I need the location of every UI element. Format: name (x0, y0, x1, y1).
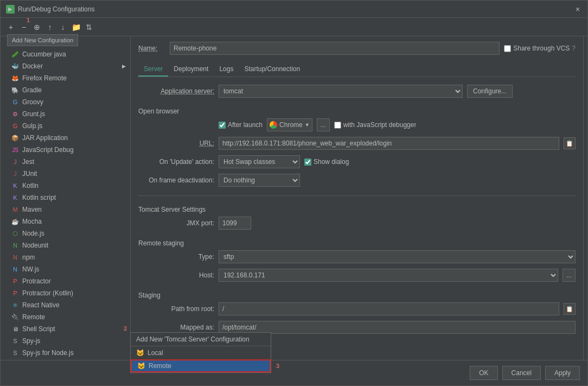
host-more-button[interactable]: ... (563, 269, 576, 282)
cancel-button[interactable]: Cancel (502, 366, 541, 380)
sidebar-item-remote[interactable]: 🔌 Remote (1, 311, 130, 323)
sidebar-item-maven[interactable]: M Maven (1, 204, 130, 216)
update-action-row: On 'Update' action: Hot Swap classes Sho… (138, 155, 576, 168)
configure-button[interactable]: Configure... (467, 85, 513, 98)
sidebar-item-js-debug[interactable]: JS JavaScript Debug (1, 144, 130, 156)
scrollbar[interactable] (583, 36, 587, 360)
sidebar-item-mocha[interactable]: ☕ Mocha (1, 216, 130, 227)
share-vcs-checkbox[interactable] (504, 45, 511, 52)
after-launch-checkbox-row: After launch (219, 121, 263, 129)
url-label: URL: (138, 140, 214, 147)
sidebar-item-kotlin-script[interactable]: K Kotlin script (1, 192, 130, 204)
sidebar-item-spy-js-node[interactable]: S Spy-js for Node.js (1, 347, 130, 359)
js-debugger-checkbox[interactable] (334, 122, 341, 129)
ok-button[interactable]: OK (470, 366, 497, 380)
name-input[interactable] (170, 42, 500, 55)
tomcat-submenu: Add New 'Tomcat Server' Configuration 🐱 … (130, 332, 271, 373)
sidebar-item-spy-js[interactable]: S Spy-js (1, 335, 130, 347)
sidebar-item-gradle[interactable]: 🐘 Gradle (1, 84, 130, 96)
url-input[interactable] (219, 137, 559, 150)
junit-icon: J (11, 170, 19, 178)
copy-config-button[interactable]: ⊕ (31, 21, 43, 33)
sidebar-item-firefox-remote[interactable]: 🦊 Firefox Remote (1, 72, 130, 84)
show-dialog-checkbox[interactable] (304, 159, 311, 166)
sidebar-item-nwjs[interactable]: N NW.js (1, 263, 130, 275)
sidebar-item-grunt-js[interactable]: ⚙ Grunt.js (1, 108, 130, 120)
react-native-icon: ⚛ (11, 301, 19, 309)
sidebar-item-docker[interactable]: 🐳 Docker (1, 60, 130, 72)
url-copy-icon[interactable]: 📋 (564, 137, 576, 149)
after-launch-checkbox[interactable] (219, 122, 226, 129)
toolbar: 1 + − ⊕ ↑ ↓ 📁 ⇅ Add New Configuration (1, 18, 587, 36)
sidebar-item-label: Nodeunit (22, 242, 48, 249)
sidebar-item-label: Spy-js for Node.js (22, 349, 74, 357)
jmx-port-input[interactable] (219, 217, 251, 230)
name-label: Name: (138, 45, 165, 52)
jmx-port-row: JMX port: (138, 217, 576, 230)
add-config-button[interactable]: + (5, 21, 17, 33)
submenu-item-label: Remote (149, 362, 171, 370)
frame-deact-label: On frame deactivation: (138, 176, 214, 184)
browser-more-button[interactable]: ... (317, 118, 330, 131)
close-button[interactable]: × (573, 5, 582, 14)
sidebar-item-shell-script[interactable]: 🖥 Shell Script (1, 323, 130, 335)
sidebar-item-cucumber-java[interactable]: 🥒 Cucumber java (1, 48, 130, 60)
apply-button[interactable]: Apply (545, 366, 580, 380)
submenu-item-local[interactable]: 🐱 Local (131, 346, 271, 359)
sidebar-item-node-js[interactable]: ⬡ Node.js (1, 227, 130, 239)
badge-3: 3 (276, 363, 279, 369)
sidebar-item-label: Kotlin (22, 182, 39, 189)
mapped-as-input[interactable] (219, 321, 576, 334)
host-select[interactable]: 192.168.0.171 (219, 269, 558, 282)
show-dialog-label: Show dialog (314, 158, 349, 166)
submenu-item-remote[interactable]: 3 🐱 Remote (131, 359, 271, 372)
frame-deact-select[interactable]: Do nothing (219, 174, 300, 187)
submenu-title: Add New 'Tomcat Server' Configuration (136, 336, 250, 343)
sidebar-item-react-native[interactable]: ⚛ React Native (1, 299, 130, 311)
jest-icon: J (11, 158, 19, 166)
sidebar-item-nodeunit[interactable]: N Nodeunit (1, 239, 130, 251)
remote-staging-title: Remote staging (138, 239, 576, 247)
folder-button[interactable]: 📁 (70, 21, 82, 33)
sidebar-item-label: React Native (22, 301, 60, 309)
tab-logs[interactable]: Logs (214, 62, 239, 77)
after-launch-label: After launch (228, 121, 263, 129)
type-select[interactable]: sftp (219, 250, 576, 263)
sidebar-item-jest[interactable]: J Jest (1, 156, 130, 168)
sidebar-item-npm[interactable]: N npm (1, 251, 130, 263)
spy-js-icon: S (11, 337, 19, 345)
path-copy-icon[interactable]: 📋 (564, 303, 576, 315)
submenu-item-label: Local (148, 349, 163, 357)
content-area: 2 ◈ Compound 🥒 Cucumber java 🐳 Docker 🦊 … (1, 36, 587, 360)
tab-startup[interactable]: Startup/Connection (239, 62, 305, 77)
run-debug-dialog: ▶ Run/Debug Configurations × 1 + − ⊕ ↑ ↓… (0, 0, 588, 386)
update-action-select[interactable]: Hot Swap classes (219, 155, 300, 168)
path-from-root-input[interactable] (219, 302, 559, 315)
sidebar-item-label: Protractor (Kotlin) (22, 289, 73, 297)
host-label: Host: (138, 271, 214, 279)
browser-select-container[interactable]: Chrome ▼ (267, 118, 312, 131)
move-up-button[interactable]: ↑ (44, 21, 56, 33)
dialog-icon: ▶ (6, 5, 15, 14)
sidebar-item-testng[interactable]: T TestNG (1, 359, 130, 360)
sidebar-item-protractor[interactable]: P Protractor (1, 275, 130, 287)
sidebar-item-label: Grunt.js (22, 110, 45, 118)
sidebar-item-kotlin[interactable]: K Kotlin (1, 180, 130, 192)
sidebar-item-protractor-kotlin[interactable]: P Protractor (Kotlin) (1, 287, 130, 299)
remote-icon: 🔌 (11, 313, 19, 321)
tab-deployment[interactable]: Deployment (168, 62, 214, 77)
sidebar-item-junit[interactable]: J JUnit (1, 168, 130, 180)
jar-icon: 📦 (11, 134, 19, 142)
tab-server[interactable]: Server (138, 62, 168, 77)
shell-script-icon: 🖥 (11, 325, 19, 333)
move-down-button[interactable]: ↓ (57, 21, 69, 33)
gradle-icon: 🐘 (11, 86, 19, 94)
app-server-select[interactable]: tomcat (219, 85, 463, 98)
share-vcs-label: Share through VCS (513, 45, 570, 52)
sort-button[interactable]: ⇅ (83, 21, 95, 33)
title-bar: ▶ Run/Debug Configurations × (1, 1, 587, 18)
sidebar-item-groovy[interactable]: G Groovy (1, 96, 130, 108)
share-vcs-help-icon[interactable]: ? (572, 45, 576, 52)
sidebar-item-gulp-js[interactable]: G Gulp.js (1, 120, 130, 132)
sidebar-item-jar[interactable]: 📦 JAR Application (1, 132, 130, 144)
